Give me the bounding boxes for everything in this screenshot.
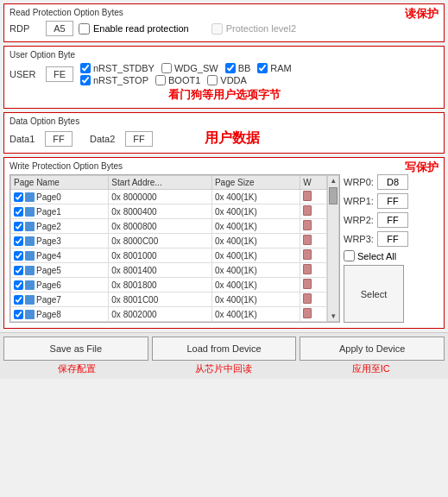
page-size-cell: 0x 400(1K) bbox=[211, 190, 300, 204]
wrp3-label: WRP3: bbox=[344, 234, 374, 244]
bb-item: BB bbox=[225, 63, 251, 73]
page-size-cell: 0x 400(1K) bbox=[211, 234, 300, 248]
page-name-cell: Page3 bbox=[11, 234, 109, 248]
lock-cell bbox=[300, 190, 327, 204]
lock-cell bbox=[300, 293, 327, 307]
table-row: Page6 0x 8001800 0x 400(1K) bbox=[11, 278, 327, 293]
lock-cell bbox=[300, 219, 327, 234]
load-device-button[interactable]: Load from Device bbox=[152, 337, 297, 361]
table-row: Page3 0x 8000C00 0x 400(1K) bbox=[11, 234, 327, 248]
lock-cell bbox=[300, 278, 327, 293]
ann1: 保存配置 bbox=[3, 362, 150, 375]
data2-group: Data2 bbox=[90, 131, 153, 147]
data-option-section: Data Option Bytes Data1 Data2 用户数据 bbox=[3, 112, 445, 154]
page-name-label: Page8 bbox=[36, 310, 61, 319]
select-all-check[interactable] bbox=[344, 250, 355, 261]
lock-icon bbox=[303, 264, 312, 274]
read-protection-section: Read Protection Option Bytes 读保护 RDP Ena… bbox=[3, 3, 445, 42]
page-name-cell: Page5 bbox=[11, 263, 109, 278]
data-row: Data1 Data2 用户数据 bbox=[9, 129, 439, 148]
page-name-cell: Page7 bbox=[11, 293, 109, 307]
vdda-check[interactable] bbox=[207, 75, 218, 85]
lock-icon bbox=[303, 191, 312, 201]
page-check[interactable] bbox=[14, 251, 23, 261]
lock-cell bbox=[300, 234, 327, 248]
enable-protection-check[interactable] bbox=[79, 23, 90, 35]
table-scrollbar[interactable]: ▲ ▼ bbox=[327, 175, 339, 322]
start-addr-cell: 0x 8000000 bbox=[109, 190, 212, 204]
bb-check[interactable] bbox=[225, 63, 236, 73]
table-row: Page4 0x 8001000 0x 400(1K) bbox=[11, 248, 327, 263]
rdp-label: RDP bbox=[9, 23, 41, 34]
wdg-sw-check[interactable] bbox=[161, 63, 172, 73]
page-icon bbox=[25, 310, 35, 319]
data1-input[interactable] bbox=[45, 131, 73, 147]
select-all-label: Select All bbox=[357, 251, 396, 261]
lock-cell bbox=[300, 248, 327, 263]
col-start-addr: Start Addre... bbox=[109, 176, 212, 190]
write-protection-section: Write Protection Option Bytes 写保护 Page N… bbox=[3, 157, 445, 329]
ram-item: RAM bbox=[257, 63, 291, 73]
nrst-stop-check[interactable] bbox=[80, 75, 91, 85]
save-file-button[interactable]: Save as File bbox=[3, 337, 148, 361]
page-name-label: Page7 bbox=[36, 295, 61, 305]
page-check[interactable] bbox=[14, 280, 23, 290]
page-name-label: Page3 bbox=[36, 236, 61, 246]
page-size-cell: 0x 400(1K) bbox=[211, 278, 300, 293]
lock-icon bbox=[303, 235, 312, 245]
page-check[interactable] bbox=[14, 222, 23, 231]
wrp0-input[interactable] bbox=[377, 174, 408, 190]
page-check[interactable] bbox=[14, 207, 23, 217]
page-check[interactable] bbox=[14, 310, 23, 319]
col-w: W bbox=[300, 176, 327, 190]
page-name-label: Page6 bbox=[36, 280, 61, 290]
nrst-stdby-check[interactable] bbox=[80, 63, 91, 73]
scroll-thumb[interactable] bbox=[329, 187, 338, 204]
read-protection-title: Read Protection Option Bytes bbox=[9, 8, 439, 17]
select-button[interactable]: Select bbox=[344, 265, 404, 323]
nrst-stdby-label: nRST_STDBY bbox=[93, 63, 155, 73]
user-options-grid: nRST_STDBY WDG_SW BB RAM bbox=[80, 63, 292, 85]
table-row: Page5 0x 8001400 0x 400(1K) bbox=[11, 263, 327, 278]
data2-input[interactable] bbox=[125, 131, 153, 147]
page-size-cell: 0x 400(1K) bbox=[211, 204, 300, 219]
wrp2-input[interactable] bbox=[377, 212, 408, 228]
page-size-cell: 0x 400(1K) bbox=[211, 263, 300, 278]
wrp-panel: WRP0: WRP1: WRP2: WRP3: Select Al bbox=[344, 174, 439, 323]
select-all-row: Select All bbox=[344, 250, 439, 261]
rdp-row: RDP Enable read protection Protection le… bbox=[9, 21, 439, 36]
user-option-title: User Option Byte bbox=[9, 50, 439, 60]
rdp-input[interactable] bbox=[46, 21, 73, 36]
wrp3-input[interactable] bbox=[377, 231, 408, 247]
write-protection-title: Write Protection Option Bytes bbox=[9, 161, 439, 171]
page-icon bbox=[25, 222, 35, 231]
lock-icon bbox=[303, 279, 312, 289]
apply-device-button[interactable]: Apply to Device bbox=[300, 337, 445, 361]
table-row: Page7 0x 8001C00 0x 400(1K) bbox=[11, 293, 327, 307]
user-input[interactable] bbox=[46, 66, 73, 82]
annotation-row: 保存配置 从芯片中回读 应用至IC bbox=[3, 362, 445, 375]
wrp1-input[interactable] bbox=[377, 193, 408, 209]
page-size-cell: 0x 400(1K) bbox=[211, 248, 300, 263]
scroll-up-arrow[interactable]: ▲ bbox=[329, 176, 338, 186]
page-check[interactable] bbox=[14, 295, 23, 305]
opts-row1: nRST_STDBY WDG_SW BB RAM bbox=[80, 63, 292, 73]
start-addr-cell: 0x 8000800 bbox=[109, 219, 212, 234]
wrp0-row: WRP0: bbox=[344, 174, 439, 190]
page-name-label: Page5 bbox=[36, 266, 61, 275]
page-name-cell: Page0 bbox=[11, 190, 109, 204]
page-icon bbox=[25, 207, 35, 217]
protection2-check[interactable] bbox=[211, 23, 223, 35]
lock-icon bbox=[303, 293, 312, 304]
page-check[interactable] bbox=[14, 236, 23, 246]
ram-check[interactable] bbox=[257, 63, 268, 73]
page-name-label: Page0 bbox=[36, 192, 61, 202]
wdg-sw-item: WDG_SW bbox=[161, 63, 218, 73]
page-check[interactable] bbox=[14, 266, 23, 275]
scroll-down-arrow[interactable]: ▼ bbox=[329, 311, 338, 321]
user-center-label: 看门狗等用户选项字节 bbox=[9, 87, 439, 103]
bb-label: BB bbox=[238, 63, 251, 73]
page-check[interactable] bbox=[14, 192, 23, 202]
boot1-check[interactable] bbox=[155, 75, 166, 85]
table-row: Page8 0x 8002000 0x 400(1K) bbox=[11, 307, 327, 322]
